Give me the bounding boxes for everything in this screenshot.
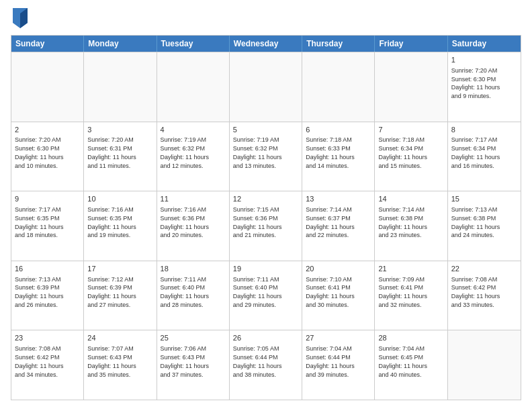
cell-info: Sunrise: 7:17 AM Sunset: 6:34 PM Dayligh… [451, 136, 500, 169]
calendar-row-3: 16Sunrise: 7:13 AM Sunset: 6:39 PM Dayli… [11, 261, 521, 330]
calendar-cell: 22Sunrise: 7:08 AM Sunset: 6:42 PM Dayli… [448, 261, 521, 330]
cell-date: 11 [161, 194, 226, 204]
cell-info: Sunrise: 7:19 AM Sunset: 6:32 PM Dayligh… [161, 136, 210, 169]
calendar-cell [230, 52, 302, 122]
cell-date: 13 [306, 194, 371, 204]
cell-date: 12 [233, 194, 298, 204]
calendar-cell: 3Sunrise: 7:20 AM Sunset: 6:31 PM Daylig… [84, 122, 157, 191]
cell-date: 4 [161, 125, 226, 135]
header [11, 11, 521, 28]
cell-info: Sunrise: 7:08 AM Sunset: 6:42 PM Dayligh… [451, 276, 500, 308]
calendar-cell: 12Sunrise: 7:15 AM Sunset: 6:36 PM Dayli… [230, 191, 302, 261]
cell-date: 22 [451, 264, 517, 274]
cell-info: Sunrise: 7:17 AM Sunset: 6:35 PM Dayligh… [15, 206, 64, 238]
calendar-header: SundayMondayTuesdayWednesdayThursdayFrid… [11, 36, 521, 52]
calendar-cell [157, 52, 230, 122]
header-day-saturday: Saturday [448, 36, 521, 52]
cell-info: Sunrise: 7:19 AM Sunset: 6:32 PM Dayligh… [233, 136, 282, 169]
cell-date: 26 [233, 333, 298, 343]
cell-info: Sunrise: 7:04 AM Sunset: 6:44 PM Dayligh… [306, 345, 355, 377]
cell-info: Sunrise: 7:09 AM Sunset: 6:41 PM Dayligh… [378, 276, 427, 308]
calendar-cell: 18Sunrise: 7:11 AM Sunset: 6:40 PM Dayli… [157, 261, 230, 330]
cell-info: Sunrise: 7:12 AM Sunset: 6:39 PM Dayligh… [87, 276, 136, 308]
cell-info: Sunrise: 7:20 AM Sunset: 6:30 PM Dayligh… [15, 136, 64, 169]
cell-date: 7 [378, 125, 443, 135]
calendar-cell: 15Sunrise: 7:13 AM Sunset: 6:38 PM Dayli… [448, 191, 521, 261]
calendar-cell [375, 52, 447, 122]
cell-info: Sunrise: 7:20 AM Sunset: 6:31 PM Dayligh… [87, 136, 136, 169]
calendar-cell: 26Sunrise: 7:05 AM Sunset: 6:44 PM Dayli… [230, 330, 302, 400]
cell-date: 16 [15, 264, 80, 274]
logo-icon [13, 8, 28, 28]
cell-date: 1 [451, 55, 517, 65]
calendar-cell: 28Sunrise: 7:04 AM Sunset: 6:45 PM Dayli… [375, 330, 447, 400]
cell-info: Sunrise: 7:05 AM Sunset: 6:44 PM Dayligh… [233, 345, 282, 377]
calendar-cell: 25Sunrise: 7:06 AM Sunset: 6:43 PM Dayli… [157, 330, 230, 400]
calendar-cell [11, 52, 84, 122]
calendar-row-2: 9Sunrise: 7:17 AM Sunset: 6:35 PM Daylig… [11, 191, 521, 261]
cell-date: 6 [306, 125, 371, 135]
cell-date: 8 [451, 125, 517, 135]
cell-info: Sunrise: 7:08 AM Sunset: 6:42 PM Dayligh… [15, 345, 64, 377]
calendar-cell: 9Sunrise: 7:17 AM Sunset: 6:35 PM Daylig… [11, 191, 84, 261]
calendar-row-0: 1Sunrise: 7:20 AM Sunset: 6:30 PM Daylig… [11, 52, 521, 122]
cell-info: Sunrise: 7:18 AM Sunset: 6:34 PM Dayligh… [378, 136, 427, 169]
cell-info: Sunrise: 7:13 AM Sunset: 6:38 PM Dayligh… [451, 206, 500, 238]
header-day-tuesday: Tuesday [157, 36, 230, 52]
calendar-cell: 7Sunrise: 7:18 AM Sunset: 6:34 PM Daylig… [375, 122, 447, 191]
calendar-cell [448, 330, 521, 400]
cell-date: 9 [15, 194, 80, 204]
calendar-cell [84, 52, 157, 122]
calendar-cell: 1Sunrise: 7:20 AM Sunset: 6:30 PM Daylig… [448, 52, 521, 122]
cell-date: 10 [87, 194, 152, 204]
calendar-cell: 11Sunrise: 7:16 AM Sunset: 6:36 PM Dayli… [157, 191, 230, 261]
cell-info: Sunrise: 7:07 AM Sunset: 6:43 PM Dayligh… [87, 345, 136, 377]
calendar-cell: 10Sunrise: 7:16 AM Sunset: 6:35 PM Dayli… [84, 191, 157, 261]
calendar-cell [302, 52, 375, 122]
calendar-cell: 21Sunrise: 7:09 AM Sunset: 6:41 PM Dayli… [375, 261, 447, 330]
cell-info: Sunrise: 7:16 AM Sunset: 6:36 PM Dayligh… [161, 206, 210, 238]
calendar-cell: 24Sunrise: 7:07 AM Sunset: 6:43 PM Dayli… [84, 330, 157, 400]
calendar-cell: 6Sunrise: 7:18 AM Sunset: 6:33 PM Daylig… [302, 122, 375, 191]
calendar-cell: 16Sunrise: 7:13 AM Sunset: 6:39 PM Dayli… [11, 261, 84, 330]
cell-info: Sunrise: 7:18 AM Sunset: 6:33 PM Dayligh… [306, 136, 355, 169]
calendar-cell: 2Sunrise: 7:20 AM Sunset: 6:30 PM Daylig… [11, 122, 84, 191]
cell-info: Sunrise: 7:11 AM Sunset: 6:40 PM Dayligh… [161, 276, 210, 308]
calendar-cell: 8Sunrise: 7:17 AM Sunset: 6:34 PM Daylig… [448, 122, 521, 191]
header-day-sunday: Sunday [11, 36, 84, 52]
header-day-friday: Friday [375, 36, 447, 52]
calendar-cell: 4Sunrise: 7:19 AM Sunset: 6:32 PM Daylig… [157, 122, 230, 191]
calendar-row-1: 2Sunrise: 7:20 AM Sunset: 6:30 PM Daylig… [11, 122, 521, 191]
calendar-body: 1Sunrise: 7:20 AM Sunset: 6:30 PM Daylig… [11, 52, 521, 400]
header-day-thursday: Thursday [302, 36, 375, 52]
logo [11, 11, 28, 28]
header-day-monday: Monday [84, 36, 157, 52]
calendar-cell: 14Sunrise: 7:14 AM Sunset: 6:38 PM Dayli… [375, 191, 447, 261]
cell-info: Sunrise: 7:06 AM Sunset: 6:43 PM Dayligh… [161, 345, 210, 377]
cell-info: Sunrise: 7:04 AM Sunset: 6:45 PM Dayligh… [378, 345, 427, 377]
cell-info: Sunrise: 7:14 AM Sunset: 6:37 PM Dayligh… [306, 206, 355, 238]
cell-date: 23 [15, 333, 80, 343]
calendar-cell: 19Sunrise: 7:11 AM Sunset: 6:40 PM Dayli… [230, 261, 302, 330]
page: SundayMondayTuesdayWednesdayThursdayFrid… [0, 0, 532, 411]
cell-date: 5 [233, 125, 298, 135]
cell-info: Sunrise: 7:16 AM Sunset: 6:35 PM Dayligh… [87, 206, 136, 238]
cell-date: 3 [87, 125, 152, 135]
cell-date: 21 [378, 264, 443, 274]
calendar-cell: 17Sunrise: 7:12 AM Sunset: 6:39 PM Dayli… [84, 261, 157, 330]
calendar-cell: 23Sunrise: 7:08 AM Sunset: 6:42 PM Dayli… [11, 330, 84, 400]
cell-date: 2 [15, 125, 80, 135]
cell-date: 18 [161, 264, 226, 274]
calendar-cell: 27Sunrise: 7:04 AM Sunset: 6:44 PM Dayli… [302, 330, 375, 400]
header-day-wednesday: Wednesday [230, 36, 302, 52]
cell-date: 19 [233, 264, 298, 274]
cell-date: 25 [161, 333, 226, 343]
cell-info: Sunrise: 7:11 AM Sunset: 6:40 PM Dayligh… [233, 276, 282, 308]
cell-date: 20 [306, 264, 371, 274]
calendar-cell: 5Sunrise: 7:19 AM Sunset: 6:32 PM Daylig… [230, 122, 302, 191]
cell-date: 14 [378, 194, 443, 204]
calendar-cell: 20Sunrise: 7:10 AM Sunset: 6:41 PM Dayli… [302, 261, 375, 330]
cell-info: Sunrise: 7:13 AM Sunset: 6:39 PM Dayligh… [15, 276, 64, 308]
calendar: SundayMondayTuesdayWednesdayThursdayFrid… [11, 35, 521, 400]
cell-date: 24 [87, 333, 152, 343]
